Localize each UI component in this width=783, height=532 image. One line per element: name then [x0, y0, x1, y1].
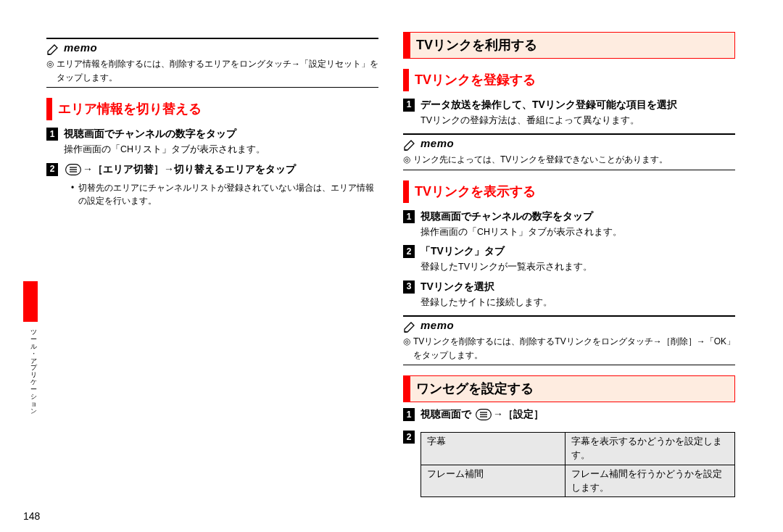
- step-title: 視聴画面で →［設定］: [420, 407, 544, 425]
- pencil-icon: [46, 43, 59, 56]
- oneseg-step-1: 1 視聴画面で →［設定］: [403, 407, 735, 425]
- memo-text: リンク先によっては、TVリンクを登録できないことがあります。: [413, 153, 735, 167]
- step-number-icon: 2: [403, 245, 415, 258]
- memo-head: memo: [403, 135, 735, 151]
- step-title: 視聴画面でチャンネルの数字をタップ: [64, 126, 236, 141]
- memo-item: ◎ リンク先によっては、TVリンクを登録できないことがあります。: [403, 153, 735, 167]
- step-number-icon: 1: [46, 128, 58, 141]
- memo-list: ◎ リンク先によっては、TVリンクを登録できないことがあります。: [403, 153, 735, 167]
- settings-desc: 字幕を表示するかどうかを設定します。: [566, 433, 735, 465]
- step-title: 視聴画面でチャンネルの数字をタップ: [420, 209, 593, 224]
- step-number-icon: 1: [403, 99, 415, 112]
- heading-use-tvlink: TVリンクを利用する: [403, 32, 735, 59]
- memo-head: memo: [403, 317, 735, 333]
- pencil-icon: [403, 138, 416, 151]
- memo-1: memo ◎ エリア情報を削除するには、削除するエリアをロングタッチ→「設定リセ…: [46, 38, 378, 88]
- step-note-text: 切替先のエリアにチャンネルリストが登録されていない場合は、エリア情報の設定を行い…: [78, 181, 378, 208]
- step-title-text-after: →［設定］: [493, 408, 544, 420]
- memo-item: ◎ エリア情報を削除するには、削除するエリアをロングタッチ→「設定リセット」をタ…: [46, 57, 378, 84]
- heading-switch-area: エリア情報を切り替える: [46, 98, 378, 120]
- memo-bullet-icon: ◎: [403, 153, 410, 167]
- show-step-3: 3 TVリンクを選択: [403, 279, 735, 294]
- settings-label: 字幕: [421, 433, 566, 465]
- memo-list: ◎ TVリンクを削除するには、削除するTVリンクをロングタッチ→［削除］→「OK…: [403, 335, 735, 362]
- memo-3: memo ◎ TVリンクを削除するには、削除するTVリンクをロングタッチ→［削除…: [403, 315, 735, 365]
- memo-text: TVリンクを削除するには、削除するTVリンクをロングタッチ→［削除］→「OK」を…: [413, 335, 735, 362]
- right-column: TVリンクを利用する TVリンクを登録する 1 データ放送を操作して、TVリンク…: [403, 32, 735, 497]
- menu-key-icon: [65, 164, 81, 180]
- columns: memo ◎ エリア情報を削除するには、削除するエリアをロングタッチ→「設定リセ…: [46, 32, 742, 497]
- step-title-text-before: 視聴画面で: [420, 408, 471, 420]
- step-desc: 登録したサイトに接続します。: [420, 296, 735, 309]
- settings-desc: フレーム補間を行うかどうかを設定します。: [566, 465, 735, 497]
- table-row: フレーム補間 フレーム補間を行うかどうかを設定します。: [421, 465, 735, 497]
- show-step-1: 1 視聴画面でチャンネルの数字をタップ: [403, 209, 735, 224]
- step-2: 2 →［エリア切替］→切り替えるエリアをタップ: [46, 162, 378, 180]
- pencil-icon: [403, 320, 416, 333]
- page: ツール・アプリケーション 148 memo ◎ エリア情報を削除するには、削除す…: [0, 0, 783, 532]
- step-desc: TVリンクの登録方法は、番組によって異なります。: [420, 114, 735, 128]
- memo-bullet-icon: ◎: [403, 335, 410, 349]
- step-title: TVリンクを選択: [420, 279, 494, 294]
- settings-table: 字幕 字幕を表示するかどうかを設定します。 フレーム補間 フレーム補間を行うかど…: [420, 432, 735, 497]
- table-row: 字幕 字幕を表示するかどうかを設定します。: [421, 433, 735, 465]
- memo-2: memo ◎ リンク先によっては、TVリンクを登録できないことがあります。: [403, 133, 735, 170]
- memo-title: memo: [420, 317, 454, 333]
- step-number-icon: 2: [46, 163, 58, 176]
- step-number-icon: 1: [403, 408, 415, 421]
- heading-register-tvlink: TVリンクを登録する: [403, 69, 735, 91]
- bullet-icon: •: [71, 181, 74, 208]
- step-number-icon: 2: [403, 431, 415, 444]
- memo-item: ◎ TVリンクを削除するには、削除するTVリンクをロングタッチ→［削除］→「OK…: [403, 335, 735, 362]
- memo-head: memo: [46, 39, 378, 56]
- reg-step-1: 1 データ放送を操作して、TVリンク登録可能な項目を選択: [403, 97, 735, 112]
- show-step-2: 2 「TVリンク」タブ: [403, 244, 735, 259]
- step-desc: 操作画面の「CHリスト」タブが表示されます。: [64, 143, 378, 157]
- settings-label: フレーム補間: [421, 465, 566, 497]
- memo-bullet-icon: ◎: [46, 57, 54, 71]
- side-label: ツール・アプリケーション: [29, 329, 38, 415]
- memo-list: ◎ エリア情報を削除するには、削除するエリアをロングタッチ→「設定リセット」をタ…: [46, 57, 378, 84]
- left-column: memo ◎ エリア情報を削除するには、削除するエリアをロングタッチ→「設定リセ…: [46, 32, 378, 497]
- memo-title: memo: [64, 39, 97, 56]
- page-number: 148: [23, 509, 40, 525]
- memo-title: memo: [420, 135, 454, 151]
- memo-text: エリア情報を削除するには、削除するエリアをロングタッチ→「設定リセット」をタップ…: [57, 57, 378, 84]
- menu-key-icon: [476, 409, 492, 425]
- step-title: →［エリア切替］→切り替えるエリアをタップ: [64, 162, 296, 180]
- heading-show-tvlink: TVリンクを表示する: [403, 180, 735, 203]
- step-title-text: →［エリア切替］→切り替えるエリアをタップ: [83, 163, 296, 175]
- oneseg-step-2: 2 字幕 字幕を表示するかどうかを設定します。 フレーム補間 フレーム補間を行う…: [403, 429, 735, 497]
- step-desc: 登録したTVリンクが一覧表示されます。: [420, 260, 735, 274]
- heading-oneseg-settings: ワンセグを設定する: [403, 375, 735, 402]
- step-title: データ放送を操作して、TVリンク登録可能な項目を選択: [420, 97, 677, 112]
- step-title: 「TVリンク」タブ: [420, 244, 505, 259]
- side-tab: [23, 281, 38, 322]
- step-number-icon: 1: [403, 210, 415, 223]
- step-desc: 操作画面の「CHリスト」タブが表示されます。: [420, 225, 735, 239]
- step-1: 1 視聴画面でチャンネルの数字をタップ: [46, 126, 378, 141]
- step-note: • 切替先のエリアにチャンネルリストが登録されていない場合は、エリア情報の設定を…: [71, 181, 378, 208]
- step-number-icon: 3: [403, 280, 415, 294]
